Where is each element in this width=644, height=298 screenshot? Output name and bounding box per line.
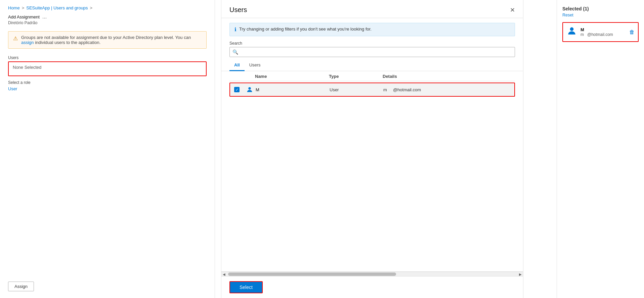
users-section-label: Users bbox=[8, 55, 207, 60]
users-panel-title: Users bbox=[229, 6, 247, 14]
selected-name: M bbox=[581, 27, 626, 32]
breadcrumb: Home > SESuiteApp | Users and groups > bbox=[8, 5, 207, 10]
selected-title: Selected (1) bbox=[562, 6, 639, 11]
info-text: Try changing or adding filters if you do… bbox=[239, 27, 372, 32]
delete-icon[interactable]: 🗑 bbox=[629, 29, 635, 35]
scroll-left-icon[interactable]: ◀ bbox=[223, 272, 225, 276]
col-details: Details bbox=[383, 74, 515, 79]
col-name: Name bbox=[255, 74, 329, 79]
users-panel: Users ✕ ℹ Try changing or adding filters… bbox=[221, 0, 523, 298]
tabs-row: All Users bbox=[221, 60, 523, 71]
search-area: Search 🔍 bbox=[221, 41, 523, 57]
select-button[interactable]: Select bbox=[229, 281, 263, 293]
svg-point-0 bbox=[248, 87, 251, 90]
scroll-thumb[interactable] bbox=[228, 272, 396, 276]
tab-all[interactable]: All bbox=[229, 60, 245, 71]
reset-link[interactable]: Reset bbox=[562, 13, 639, 17]
table-header: Name Type Details bbox=[229, 71, 515, 81]
selected-email: m @hotmail.com bbox=[581, 32, 626, 37]
breadcrumb-app[interactable]: SESuiteApp | Users and groups bbox=[26, 5, 88, 10]
breadcrumb-sep2: > bbox=[90, 5, 93, 10]
role-value[interactable]: User bbox=[8, 86, 17, 91]
user-avatar-icon bbox=[244, 86, 256, 93]
col-type: Type bbox=[329, 74, 383, 79]
search-label: Search bbox=[229, 41, 515, 46]
tab-users[interactable]: Users bbox=[245, 60, 265, 71]
page-subtitle: Diretório Padrão bbox=[8, 20, 207, 25]
info-bar: ℹ Try changing or adding filters if you … bbox=[229, 23, 515, 36]
warning-icon: ⚠ bbox=[13, 35, 18, 45]
left-panel: Home > SESuiteApp | Users and groups > A… bbox=[0, 0, 215, 298]
checkbox-cell[interactable]: ✓ bbox=[230, 87, 244, 92]
warning-box: ⚠ Groups are not available for assignmen… bbox=[8, 31, 207, 49]
users-box[interactable]: None Selected bbox=[8, 61, 207, 76]
col-checkbox bbox=[229, 74, 243, 79]
warning-text: Groups are not available for assignment … bbox=[21, 35, 202, 45]
selected-item: M m @hotmail.com 🗑 bbox=[562, 22, 639, 42]
search-input[interactable] bbox=[240, 50, 512, 55]
assign-link[interactable]: assign bbox=[21, 40, 34, 45]
selected-info: M m @hotmail.com bbox=[581, 27, 626, 37]
panel-footer: Select bbox=[221, 276, 523, 298]
svg-point-1 bbox=[570, 27, 574, 31]
users-value: None Selected bbox=[13, 65, 41, 70]
more-options-icon[interactable]: ... bbox=[42, 14, 47, 20]
users-panel-header: Users ✕ bbox=[221, 0, 523, 18]
role-section-label: Select a role bbox=[8, 80, 207, 85]
table-body: ✓ M User m @hotmail.com bbox=[229, 81, 515, 271]
selected-panel: Selected (1) Reset M m @hotmail.com 🗑 bbox=[557, 0, 644, 298]
page-title: Add Assignment ... bbox=[8, 14, 207, 20]
table-area: Name Type Details ✓ M User m @hotmail.co… bbox=[221, 71, 523, 271]
breadcrumb-home[interactable]: Home bbox=[8, 5, 20, 10]
breadcrumb-sep1: > bbox=[22, 5, 25, 10]
cell-name: M bbox=[256, 87, 330, 92]
cell-details: m @hotmail.com bbox=[383, 87, 514, 92]
assign-button[interactable]: Assign bbox=[8, 282, 34, 291]
checkbox-checked[interactable]: ✓ bbox=[234, 87, 240, 92]
search-input-wrap: 🔍 bbox=[229, 47, 515, 57]
search-icon: 🔍 bbox=[232, 49, 238, 55]
horizontal-scrollbar[interactable]: ◀ ▶ bbox=[221, 271, 523, 276]
info-icon: ℹ bbox=[234, 27, 237, 33]
selected-avatar-icon bbox=[566, 26, 577, 39]
close-button[interactable]: ✕ bbox=[510, 7, 515, 13]
scroll-right-icon[interactable]: ▶ bbox=[519, 272, 522, 276]
col-avatar bbox=[243, 74, 255, 79]
table-row[interactable]: ✓ M User m @hotmail.com bbox=[229, 83, 515, 97]
cell-type: User bbox=[330, 87, 383, 92]
